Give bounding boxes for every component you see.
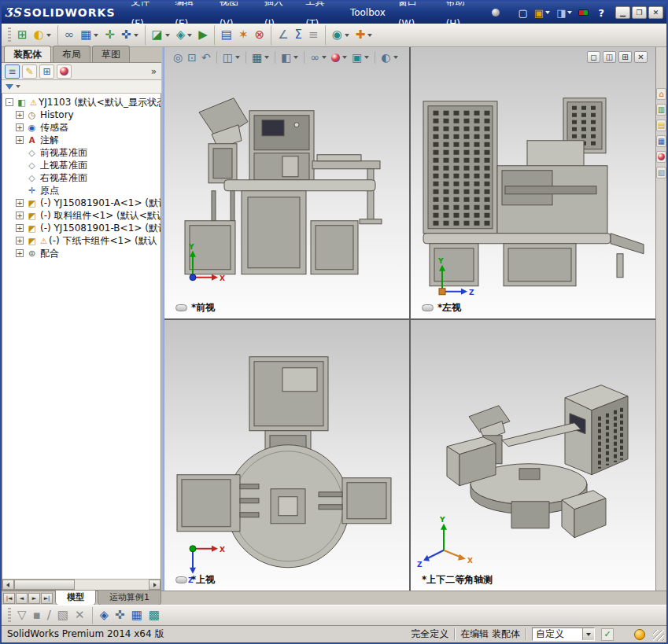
view-toolbar-button[interactable]: ↶ — [199, 51, 213, 64]
tab-nav-button[interactable]: ►| — [41, 593, 53, 604]
tree-expander-icon[interactable]: + — [16, 199, 24, 207]
dropdown-arrow-icon[interactable] — [187, 34, 192, 37]
toolbar-button[interactable]: ◉ — [325, 25, 352, 46]
manager-tab-icon[interactable]: ✎ — [22, 64, 37, 79]
feature-tree-item[interactable]: 右视基准面 — [2, 171, 161, 184]
window-button[interactable]: ▁ — [615, 6, 630, 19]
view-toolbar-button[interactable]: ◎ — [171, 51, 185, 64]
dropdown-arrow-icon[interactable] — [322, 56, 327, 59]
feature-tree-item[interactable]: + (-) 下纸卡组件<1> (默认 — [2, 234, 161, 247]
tab-nav-button[interactable]: |◄ — [3, 593, 15, 604]
view-toolbar-button[interactable]: ▣ — [349, 51, 371, 64]
dropdown-arrow-icon[interactable] — [342, 56, 347, 59]
feature-tree-item[interactable]: + 注解 — [2, 134, 161, 146]
dropdown-arrow-icon[interactable] — [545, 11, 550, 14]
dropdown-arrow-icon[interactable] — [393, 56, 398, 59]
quick-tips-icon[interactable] — [634, 629, 645, 640]
toolbar-button[interactable]: ◪ — [145, 25, 173, 46]
view-toolbar-button[interactable]: ∞ — [304, 51, 329, 64]
tree-expander-icon[interactable]: + — [16, 123, 24, 131]
feature-tree-item[interactable]: 前视基准面 — [2, 146, 161, 159]
view-toolbar-button[interactable] — [329, 53, 349, 63]
dropdown-arrow-icon[interactable] — [364, 56, 369, 59]
overflow-chevron-icon[interactable]: » — [149, 66, 158, 77]
tree-expander-icon[interactable]: + — [16, 237, 24, 245]
resize-grip[interactable] — [653, 630, 664, 641]
view-toolbar-button[interactable]: ◫ — [216, 51, 242, 64]
task-pane-tab-icon[interactable]: ▤ — [656, 120, 666, 131]
dropdown-arrow-icon[interactable] — [235, 56, 240, 59]
task-pane-tab-icon[interactable]: ▦ — [656, 135, 666, 147]
menu-pin-icon[interactable] — [492, 9, 500, 17]
titlebar-icon[interactable]: ▢ — [517, 7, 530, 19]
toolbar-grip[interactable] — [8, 608, 11, 624]
dropdown-arrow-icon[interactable] — [367, 34, 372, 37]
tree-expander-icon[interactable]: + — [16, 249, 24, 257]
tab-nav-button[interactable]: ◄ — [16, 593, 28, 604]
dropdown-arrow-icon[interactable] — [46, 34, 51, 37]
viewport-left[interactable]: Y Z *左视 — [411, 47, 655, 318]
toolbar-button[interactable]: ∞ — [57, 25, 78, 46]
feature-tree-item[interactable]: + History — [2, 109, 161, 121]
tree-expander-icon[interactable] — [16, 174, 24, 182]
dropdown-arrow-icon[interactable] — [134, 34, 138, 37]
toolbar-button[interactable]: ◈ — [173, 25, 196, 46]
filter-funnel-icon[interactable] — [6, 84, 13, 90]
tree-horizontal-scrollbar[interactable] — [2, 579, 161, 591]
task-pane-tab-icon[interactable] — [656, 151, 666, 163]
scrollbar-thumb[interactable] — [14, 580, 75, 590]
toolbar-button[interactable]: ✜ — [118, 25, 142, 46]
viewport-layout-button[interactable]: ⊞ — [618, 51, 632, 63]
manager-tab-icon[interactable] — [57, 64, 72, 79]
view-toolbar-button[interactable]: ◧ — [275, 51, 301, 64]
viewport-layout-button[interactable]: ◻ — [587, 51, 600, 63]
task-pane-tab-icon[interactable]: ▥ — [656, 104, 666, 116]
filter-toolbar-button[interactable]: ✕ — [72, 607, 88, 624]
units-dropdown-arrow-icon[interactable] — [582, 628, 594, 640]
feature-tree-item[interactable]: + 传感器 — [2, 121, 161, 134]
tree-expander-icon[interactable]: + — [16, 224, 24, 232]
toolbar-button[interactable]: ▤ — [214, 25, 235, 46]
toolbar-button[interactable]: ∠ — [271, 25, 291, 46]
filter-toolbar-button[interactable]: ▩ — [146, 607, 163, 624]
toolbar-button[interactable]: ✛ — [101, 25, 118, 46]
titlebar-icon[interactable]: ◨ — [555, 7, 574, 19]
viewport-layout-button[interactable]: ✕ — [634, 51, 648, 63]
menu-item[interactable]: Toolbox — [344, 2, 392, 24]
feature-tree-item[interactable]: + (-) YJ15081901-B<1> (默认 — [2, 222, 161, 234]
model-tab[interactable]: 运动算例1 — [98, 591, 161, 605]
filter-toolbar-button[interactable]: ▧ — [54, 607, 72, 624]
dropdown-arrow-icon[interactable] — [264, 56, 269, 59]
toolbar-button[interactable]: ◐ — [31, 25, 54, 46]
scroll-left-icon[interactable] — [2, 580, 14, 590]
tree-expander-icon[interactable]: + — [16, 111, 24, 119]
filter-toolbar-button[interactable]: ✜ — [112, 607, 128, 624]
titlebar-icon[interactable]: ▣ — [533, 7, 552, 19]
task-pane-tab-icon[interactable]: ⌂ — [656, 88, 666, 100]
tab-nav-button[interactable]: ► — [28, 593, 40, 604]
titlebar-icon[interactable] — [577, 9, 590, 17]
model-tab[interactable]: 模型 — [55, 591, 96, 605]
filter-toolbar-button[interactable]: ▽ — [14, 607, 30, 624]
toolbar-button[interactable]: Σ — [292, 25, 305, 46]
toolbar-button[interactable]: ▶ — [195, 25, 211, 46]
feature-tree-item[interactable]: + 配合 — [2, 247, 161, 259]
toolbar-button[interactable]: ✚ — [352, 25, 376, 46]
tree-expander-icon[interactable] — [16, 186, 24, 194]
dropdown-arrow-icon[interactable] — [94, 34, 98, 37]
toolbar-button[interactable]: ⊗ — [252, 25, 268, 46]
dropdown-arrow-icon[interactable] — [567, 11, 572, 14]
feature-tree-item[interactable]: - YJ1103 (默认<默认_显示状态 — [2, 96, 161, 109]
task-pane-tab-icon[interactable]: ▧ — [656, 167, 666, 178]
command-tab[interactable]: 草图 — [92, 46, 130, 62]
toolbar-button[interactable]: ▦ — [77, 25, 101, 46]
feature-tree-item[interactable]: 原点 — [2, 184, 161, 197]
rebuild-status-icon[interactable]: ✓ — [601, 628, 614, 641]
scrollbar-track[interactable] — [14, 580, 149, 590]
feature-tree-item[interactable]: + (-) 取料组件<1> (默认<默认 — [2, 209, 161, 222]
filter-toolbar-button[interactable]: ▪ — [30, 607, 44, 624]
filter-toolbar-button[interactable]: ∕ — [44, 607, 54, 624]
viewport-top[interactable]: X Z *上视 — [164, 320, 409, 591]
toolbar-button[interactable]: ✶ — [235, 25, 252, 46]
viewport-isometric[interactable]: Y X Z *上下二等角轴测 — [411, 320, 655, 591]
